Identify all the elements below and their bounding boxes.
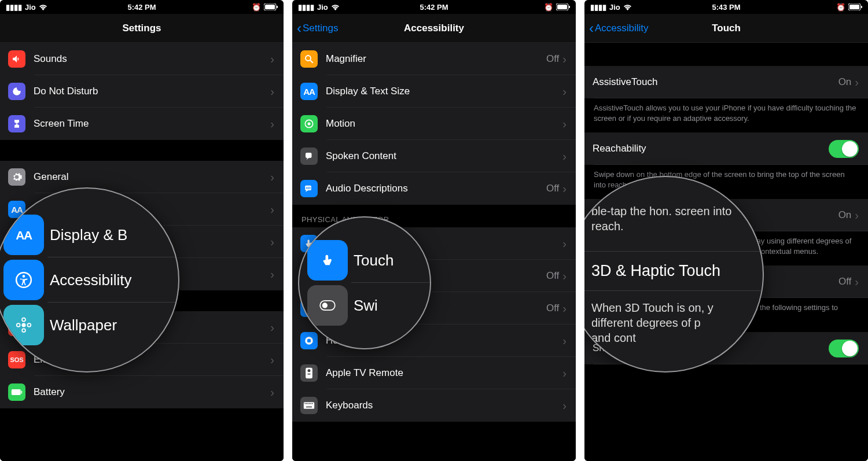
- magnifier-lens: AADisplay & BAccessibilityWallpaper: [0, 187, 179, 373]
- row-motion[interactable]: Motion›: [292, 108, 576, 140]
- row-assistivetouch[interactable]: AssistiveTouch On ›: [584, 66, 868, 98]
- svg-point-50: [322, 303, 328, 308]
- row-general[interactable]: General›: [0, 161, 284, 193]
- battery-icon: [264, 3, 278, 10]
- back-label: Accessibility: [595, 23, 649, 34]
- switch-icon: [307, 285, 348, 326]
- keyboard-icon: [300, 397, 318, 414]
- row-label: Sounds: [34, 53, 270, 65]
- battery-icon: [556, 3, 570, 10]
- screen-touch: ▮▮▮▮ Jio 5:43 PM ⏰ ‹ Accessibility Touch…: [584, 0, 868, 461]
- chevron-right-icon: ›: [562, 270, 567, 283]
- nav-title: Accessibility: [404, 23, 464, 34]
- row-audio-descriptions[interactable]: ADAudio DescriptionsOff›: [292, 172, 576, 205]
- chevron-right-icon: ›: [562, 182, 567, 196]
- time-label: 5:42 PM: [127, 3, 156, 12]
- mag-row: Touch: [299, 238, 430, 283]
- svg-rect-48: [306, 407, 312, 408]
- row-value: Off: [546, 303, 559, 314]
- chevron-right-icon: ›: [270, 203, 274, 216]
- svg-rect-43: [306, 403, 307, 404]
- chevron-right-icon: ›: [562, 399, 567, 412]
- chevron-right-icon: ›: [855, 209, 859, 222]
- wifi-icon: [331, 4, 340, 10]
- chevron-right-icon: ›: [562, 85, 567, 98]
- moon-icon: [8, 83, 25, 100]
- svg-rect-40: [308, 374, 311, 375]
- touch-icon: [307, 240, 348, 281]
- row-value: Off: [546, 53, 559, 65]
- svg-rect-21: [569, 6, 570, 8]
- svg-rect-2: [277, 6, 278, 8]
- svg-point-39: [308, 369, 311, 372]
- back-button[interactable]: ‹ Accessibility: [589, 21, 649, 35]
- svg-rect-37: [307, 339, 311, 342]
- svg-rect-45: [309, 403, 310, 404]
- toggle-shake-to-undo[interactable]: [829, 340, 859, 357]
- row-label: General: [34, 171, 270, 183]
- svg-point-16: [22, 329, 25, 332]
- row-value: Off: [546, 270, 559, 282]
- row-label: Battery: [34, 386, 270, 398]
- mag-text-bottom: When 3D Touch is on, y different degrees…: [584, 300, 763, 345]
- toggle-reachability[interactable]: [829, 140, 859, 158]
- status-bar: ▮▮▮▮ Jio 5:42 PM ⏰: [0, 0, 284, 14]
- row-label: Keyboards: [326, 400, 562, 411]
- row-battery[interactable]: Battery›: [0, 376, 284, 408]
- row-screen-time[interactable]: Screen Time›: [0, 108, 284, 140]
- battery-icon: [8, 383, 25, 401]
- chevron-right-icon: ›: [562, 367, 567, 380]
- row-label: Spoken Content: [326, 150, 562, 162]
- chevron-right-icon: ›: [562, 150, 567, 163]
- back-button[interactable]: ‹ Settings: [297, 21, 338, 35]
- svg-rect-20: [557, 5, 567, 9]
- svg-rect-42: [305, 403, 306, 404]
- row-label: Do Not Disturb: [34, 86, 270, 97]
- svg-point-14: [22, 323, 26, 327]
- hourglass-icon: [8, 115, 25, 132]
- svg-rect-10: [12, 389, 21, 395]
- row-do-not-disturb[interactable]: Do Not Disturb›: [0, 75, 284, 108]
- row-label: Reachability: [593, 143, 829, 154]
- row-sounds[interactable]: Sounds›: [0, 43, 284, 75]
- row-magnifier[interactable]: MagnifierOff›: [292, 43, 576, 75]
- nav-title: Settings: [122, 23, 161, 34]
- signal-icon: ▮▮▮▮: [590, 3, 606, 12]
- nav-bar: ‹ Accessibility Touch: [584, 14, 868, 43]
- chevron-right-icon: ›: [855, 275, 859, 289]
- mag-label: Accessibility: [50, 271, 132, 289]
- row-apple-tv-remote[interactable]: Apple TV Remote›: [292, 357, 576, 389]
- chevron-right-icon: ›: [270, 235, 274, 249]
- chevron-right-icon: ›: [270, 386, 274, 399]
- mag-row-haptic: 3D & Haptic Touch: [584, 251, 763, 291]
- chevron-right-icon: ›: [270, 117, 274, 131]
- nav-title: Touch: [712, 23, 741, 34]
- time-label: 5:43 PM: [712, 3, 740, 12]
- chevron-right-icon: ›: [855, 76, 859, 89]
- row-value: On: [838, 209, 852, 221]
- row-reachability[interactable]: Reachability: [584, 132, 868, 165]
- mag-label: Touch: [354, 252, 393, 270]
- tv-icon: [300, 364, 318, 382]
- chevron-left-icon: ‹: [297, 21, 301, 35]
- row-display-text-size[interactable]: AADisplay & Text Size›: [292, 75, 576, 108]
- row-value: On: [838, 76, 852, 88]
- carrier-label: Jio: [25, 3, 36, 12]
- spoken-icon: [300, 147, 318, 165]
- nav-bar: Settings: [0, 14, 284, 43]
- sos-icon: SOS: [8, 351, 25, 368]
- svg-rect-52: [849, 5, 859, 9]
- mag-row: Wallpaper: [0, 303, 178, 348]
- row-label: Audio Descriptions: [326, 183, 546, 194]
- chevron-right-icon: ›: [562, 334, 567, 348]
- audio-icon: AD: [300, 180, 318, 197]
- chevron-right-icon: ›: [562, 53, 567, 66]
- row-keyboards[interactable]: Keyboards›: [292, 389, 576, 422]
- svg-point-17: [17, 323, 20, 327]
- chevron-right-icon: ›: [562, 302, 567, 315]
- carrier-label: Jio: [609, 3, 620, 12]
- alarm-icon: ⏰: [836, 3, 845, 12]
- mag-row: Swi: [299, 283, 430, 328]
- row-spoken-content[interactable]: Spoken Content›: [292, 140, 576, 172]
- accessibility-icon: [3, 260, 44, 300]
